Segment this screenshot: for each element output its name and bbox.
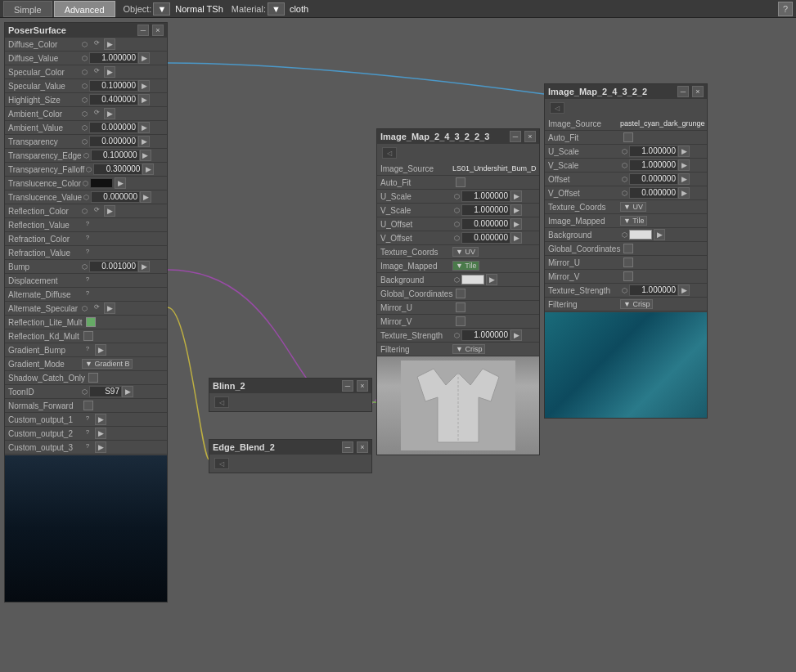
material-dropdown[interactable]: ▼ — [268, 2, 285, 16]
tab-simple[interactable]: Simple — [3, 1, 52, 17]
translucence-color-btn[interactable]: ▶ — [115, 177, 126, 189]
im2-background-swatch[interactable] — [629, 230, 652, 240]
im1-mirroru-checkbox[interactable] — [456, 302, 465, 312]
im2-globalcoords-checkbox[interactable] — [623, 244, 633, 253]
im1-mirrorv-checkbox[interactable] — [456, 316, 465, 326]
alternate-specular-btn[interactable]: ▶ — [104, 302, 115, 314]
im1-vscale-btn[interactable]: ▶ — [510, 204, 522, 216]
image-map-1-close[interactable]: × — [524, 131, 536, 142]
im1-imagemapped-dropdown[interactable]: ▼ Tile — [452, 261, 479, 271]
reflection-color-btn[interactable]: ▶ — [104, 205, 115, 217]
toon-id-field[interactable]: S97 — [89, 386, 122, 397]
im1-voffset-btn[interactable]: ▶ — [510, 232, 522, 244]
im1-uoffset-field[interactable]: 0.000000 — [461, 218, 510, 230]
transparency-falloff-btn[interactable]: ▶ — [142, 164, 154, 175]
blinn-close[interactable]: × — [357, 380, 368, 392]
im2-uscale-field[interactable]: 1.000000 — [629, 146, 678, 157]
transparency-falloff-field[interactable]: 0.300000 — [93, 164, 142, 175]
im2-offset-field[interactable]: 0.000000 — [629, 173, 678, 185]
im2-uscale-btn[interactable]: ▶ — [678, 146, 690, 157]
im1-source-value: LS01_Undershirt_Bum_D — [452, 164, 537, 172]
specular-value-field[interactable]: 0.100000 — [89, 80, 138, 92]
im1-filtering-dropdown[interactable]: ▼ Crisp — [452, 344, 485, 354]
normals-forward-checkbox[interactable] — [83, 401, 93, 410]
im1-background-btn[interactable]: ▶ — [486, 274, 497, 285]
edge-blend-close[interactable]: × — [357, 441, 368, 453]
im2-mirroru-checkbox[interactable] — [623, 258, 633, 267]
poser-surface-close[interactable]: × — [152, 25, 164, 36]
help-button[interactable]: ? — [778, 2, 793, 16]
im1-vscale-field[interactable]: 1.000000 — [461, 204, 510, 216]
highlight-size-field[interactable]: 0.400000 — [89, 94, 138, 105]
im2-mirrorv-label: Mirror_V — [546, 272, 620, 281]
custom-output-3-btn[interactable]: ▶ — [95, 441, 106, 453]
custom-output-2-btn[interactable]: ▶ — [95, 428, 106, 439]
im2-texcoords-dropdown[interactable]: ▼ UV — [620, 202, 646, 212]
im1-texcoords-dropdown[interactable]: ▼ UV — [452, 247, 479, 257]
gradient-mode-dropdown[interactable]: ▼ Gradient B — [82, 359, 133, 369]
im2-vscale-btn[interactable]: ▶ — [678, 159, 690, 171]
im1-voffset-field[interactable]: 0.000000 — [461, 232, 510, 244]
im1-background-swatch[interactable] — [461, 275, 484, 284]
reflection-lite-checkbox[interactable] — [86, 317, 96, 327]
im2-mirrorv-checkbox[interactable] — [623, 271, 633, 281]
image-map-2-header[interactable]: Image_Map_2_4_3_2_2 ─ × — [545, 84, 707, 99]
diffuse-value-field[interactable]: 1.000000 — [89, 52, 138, 64]
image-map-1-collapse[interactable]: ─ — [510, 131, 521, 142]
poser-surface-header[interactable]: PoserSurface ─ × — [5, 23, 167, 38]
im2-imagemapped-dropdown[interactable]: ▼ Tile — [620, 216, 647, 226]
im2-voffset-field[interactable]: 0.000000 — [629, 187, 678, 199]
image-map-2-close[interactable]: × — [692, 86, 704, 97]
im1-texstrength-field[interactable]: 1.000000 — [461, 329, 510, 341]
im1-autofit-checkbox[interactable] — [456, 177, 465, 187]
im2-autofit-checkbox[interactable] — [623, 132, 633, 142]
im2-background-btn[interactable]: ▶ — [654, 229, 665, 240]
ambient-value-field[interactable]: 0.000000 — [89, 122, 138, 133]
im2-vscale-field[interactable]: 1.000000 — [629, 159, 678, 171]
bump-link: ⬡ — [82, 263, 88, 271]
image-map-2-collapse[interactable]: ─ — [677, 86, 689, 97]
ambient-value-btn[interactable]: ▶ — [138, 122, 150, 133]
im2-voffset-btn[interactable]: ▶ — [678, 187, 690, 199]
edge-blend-header[interactable]: Edge_Blend_2 ─ × — [209, 440, 371, 455]
im2-texstrength-btn[interactable]: ▶ — [678, 284, 690, 296]
translucence-value-btn[interactable]: ▶ — [140, 191, 151, 203]
toon-id-btn[interactable]: ▶ — [122, 386, 133, 397]
diffuse-value-btn[interactable]: ▶ — [138, 52, 150, 64]
row-highlight-size: Highlight_Size ⬡ 0.400000 ▶ — [5, 93, 167, 107]
bump-btn[interactable]: ▶ — [138, 261, 150, 272]
gradient-bump-btn[interactable]: ▶ — [95, 344, 106, 356]
row-im1-texstrength: Texture_Strength ⬡ 1.000000 ▶ — [377, 329, 539, 343]
diffuse-color-btn[interactable]: ▶ — [104, 38, 115, 50]
transparency-field[interactable]: 0.000000 — [89, 136, 138, 147]
im2-filtering-dropdown[interactable]: ▼ Crisp — [620, 299, 653, 309]
tab-advanced[interactable]: Advanced — [54, 1, 115, 17]
im2-offset-btn[interactable]: ▶ — [678, 173, 690, 185]
blinn-header[interactable]: Blinn_2 ─ × — [209, 379, 371, 393]
highlight-size-btn[interactable]: ▶ — [138, 94, 150, 105]
transparency-btn[interactable]: ▶ — [138, 136, 150, 147]
row-ambient-value: Ambient_Value ⬡ 0.000000 ▶ — [5, 121, 167, 135]
blinn-collapse[interactable]: ─ — [342, 380, 353, 392]
specular-value-btn[interactable]: ▶ — [138, 80, 150, 92]
image-map-1-header[interactable]: Image_Map_2_4_3_2_2_3 ─ × — [377, 129, 539, 144]
ambient-color-btn[interactable]: ▶ — [104, 108, 115, 119]
im2-texstrength-field[interactable]: 1.000000 — [629, 284, 678, 296]
im1-globalcoords-checkbox[interactable] — [456, 289, 465, 298]
poser-surface-collapse[interactable]: ─ — [137, 25, 149, 36]
edge-blend-collapse[interactable]: ─ — [342, 441, 353, 453]
object-dropdown[interactable]: ▼ — [153, 2, 170, 16]
reflection-kd-checkbox[interactable] — [83, 331, 93, 341]
translucence-value-field[interactable]: 0.000000 — [91, 191, 140, 203]
im1-uoffset-btn[interactable]: ▶ — [510, 218, 522, 230]
im1-texstrength-btn[interactable]: ▶ — [510, 329, 522, 341]
translucence-color-swatch[interactable] — [90, 178, 113, 188]
im1-uscale-field[interactable]: 1.000000 — [461, 190, 510, 202]
im1-uscale-btn[interactable]: ▶ — [510, 190, 522, 202]
shadow-catch-checkbox[interactable] — [88, 373, 98, 383]
bump-field[interactable]: 0.001000 — [89, 261, 138, 272]
transparency-edge-btn[interactable]: ▶ — [140, 150, 151, 161]
specular-color-btn[interactable]: ▶ — [104, 66, 115, 78]
transparency-edge-field[interactable]: 0.100000 — [91, 150, 140, 161]
custom-output-1-btn[interactable]: ▶ — [95, 414, 106, 425]
